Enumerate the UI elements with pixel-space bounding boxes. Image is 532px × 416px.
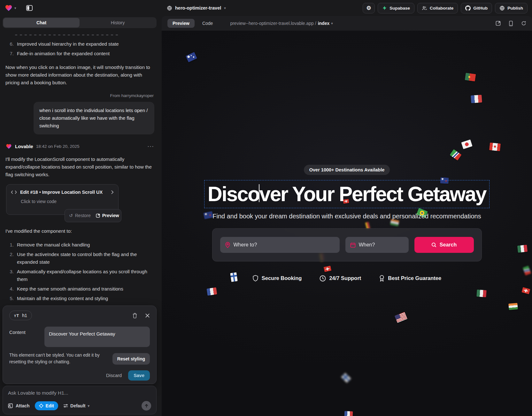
edit-mode-button[interactable]: Edit (35, 401, 58, 410)
location-pin-icon (225, 242, 230, 248)
flag-mx-icon (476, 290, 486, 297)
supabase-icon (382, 5, 387, 11)
list-item: 1. Remove the manual click handling (5, 240, 154, 250)
mobile-view-button[interactable] (509, 21, 513, 26)
hero-subtitle: Find and book your dream destination wit… (212, 213, 481, 220)
chevron-down-icon: ▾ (14, 6, 16, 10)
save-button[interactable]: Save (128, 370, 150, 381)
preview-version-button[interactable]: Preview (96, 212, 119, 219)
discard-button[interactable]: Discard (106, 373, 122, 378)
attach-button[interactable]: Attach (8, 403, 30, 408)
preview-panel: Preview Code preview--hero-optimizer-tra… (162, 16, 532, 416)
chevron-down-icon: ▾ (331, 21, 333, 26)
code-icon (11, 190, 17, 194)
project-switcher[interactable]: hero-optimizer-travel ▾ (167, 5, 226, 11)
chat-scroll-area[interactable]: 6. Improved visual hierarchy in the expa… (0, 31, 160, 303)
clipped-text-line (15, 34, 120, 35)
styling-note: This element can't be styled. You can ed… (9, 352, 108, 365)
flag-za-icon (450, 149, 461, 160)
lovable-heart-icon (4, 4, 13, 12)
lovable-heart-icon (5, 143, 12, 149)
list-item: 3. Automatically expand/collapse locatio… (5, 267, 154, 284)
publish-button[interactable]: Publish (495, 3, 528, 13)
list-item: 7. Fade-in animation for the expanded co… (5, 49, 154, 58)
when-input[interactable]: When? (345, 237, 409, 253)
reset-styling-button[interactable]: Reset styling (112, 353, 150, 365)
flag-jp-icon (461, 140, 472, 149)
sidebar-tabs: Chat History (3, 17, 157, 28)
element-tag-badge: ᴛT h1 (9, 311, 32, 320)
search-card: Where to? When? Search (212, 228, 482, 261)
tab-code[interactable]: Code (200, 19, 215, 28)
feature-secure-booking: Secure Booking (252, 275, 302, 282)
flag-us-icon (395, 312, 408, 323)
arrow-up-icon (144, 404, 149, 408)
chevron-down-icon: ▾ (88, 404, 89, 408)
chat-composer: Attach Edit Default ▾ (3, 386, 157, 414)
element-editor-panel: ᴛT h1 Content Discover Your Perfect Geta… (3, 306, 157, 384)
send-button[interactable] (142, 401, 151, 411)
lovable-logo-menu[interactable]: ▾ (4, 4, 16, 12)
chevron-right-icon (111, 190, 114, 194)
project-name: hero-optimizer-travel (175, 5, 221, 11)
open-in-new-tab-button[interactable] (496, 21, 501, 26)
search-button[interactable]: Search (414, 237, 474, 253)
close-panel-button[interactable] (145, 313, 150, 318)
github-icon (465, 5, 471, 11)
content-input[interactable]: Discover Your Perfect Getaway (44, 327, 150, 347)
github-button[interactable]: GitHub (461, 3, 492, 13)
settings-button[interactable]: ⚙ (363, 3, 375, 13)
content-field-label: Content (9, 327, 40, 347)
assistant-paragraph: I've modified the component to: (5, 227, 154, 235)
attach-image-icon (8, 403, 13, 408)
assistant-paragraph: I'll modify the LocationScroll component… (5, 155, 154, 178)
assistant-paragraph: Now when you click on a location image, … (5, 64, 154, 87)
preview-toolbar: Preview Code preview--hero-optimizer-tra… (162, 16, 532, 31)
globe-project-icon (167, 5, 172, 11)
flag-fr-icon (344, 411, 353, 416)
restore-button[interactable]: ↺ Restore (69, 212, 91, 219)
flag-fi-icon (341, 373, 351, 383)
trust-badges-row: Secure Booking 24/7 Support Best Price G… (252, 275, 441, 282)
tab-chat[interactable]: Chat (3, 18, 80, 27)
sidebar-toggle-button[interactable] (24, 3, 35, 13)
gear-icon: ⚙ (366, 5, 371, 11)
tab-history[interactable]: History (80, 18, 156, 27)
typography-icon: ᴛT (14, 313, 19, 318)
chat-sidebar: Chat History 6. Improved visual hierarch… (0, 16, 160, 416)
preview-url[interactable]: preview--hero-optimizer-travel.lovable.a… (230, 21, 333, 26)
hero-title[interactable]: Discover Your Perfect Getaway (208, 182, 486, 206)
list-item: 4. Keep the same smooth animations and t… (5, 284, 154, 294)
mode-selector[interactable]: Default ▾ (63, 403, 89, 408)
collaborate-button[interactable]: Collaborate (417, 3, 458, 13)
message-menu-icon[interactable]: ··· (148, 143, 154, 150)
chevron-down-icon: ▾ (224, 6, 226, 10)
delete-element-button[interactable] (132, 313, 137, 318)
list-item: 2. Use the activeIndex state to control … (5, 250, 154, 267)
flag-in-icon (508, 303, 518, 310)
sliders-icon (63, 404, 68, 408)
message-author-label: From harrymckayroper (5, 92, 154, 99)
list-item: 5. Maintain all the existing content and… (5, 294, 154, 303)
calendar-icon (350, 242, 356, 248)
assistant-name: Lovable (15, 143, 33, 150)
where-to-input[interactable]: Where to? (220, 237, 340, 253)
supabase-button[interactable]: Supabase (378, 3, 414, 13)
list-item: 6. Improved visual hierarchy in the expa… (5, 39, 154, 49)
destinations-badge: Over 1000+ Destinations Available (304, 165, 390, 175)
element-tag-name: h1 (22, 313, 27, 318)
publish-globe-icon (499, 5, 505, 11)
refresh-button[interactable] (521, 21, 526, 26)
app-root: ▾ hero-optimizer-travel ▾ ⚙ (0, 0, 532, 416)
clock-icon (320, 275, 326, 282)
flag-au-icon (186, 52, 197, 63)
tab-preview[interactable]: Preview (167, 19, 195, 28)
chat-input[interactable] (8, 390, 151, 396)
edit-card-subtitle: Click to view code (21, 198, 114, 205)
h1-selection-box[interactable]: Discover Your Perfect Getaway (204, 180, 490, 208)
external-link-icon (96, 214, 100, 218)
preview-viewport[interactable]: Over 1000+ Destinations Available Discov… (162, 31, 532, 416)
restore-icon: ↺ (69, 212, 73, 219)
url-page: index (318, 21, 330, 26)
edit-card-title: Edit #18 • Improve Location Scroll UX (20, 189, 103, 196)
